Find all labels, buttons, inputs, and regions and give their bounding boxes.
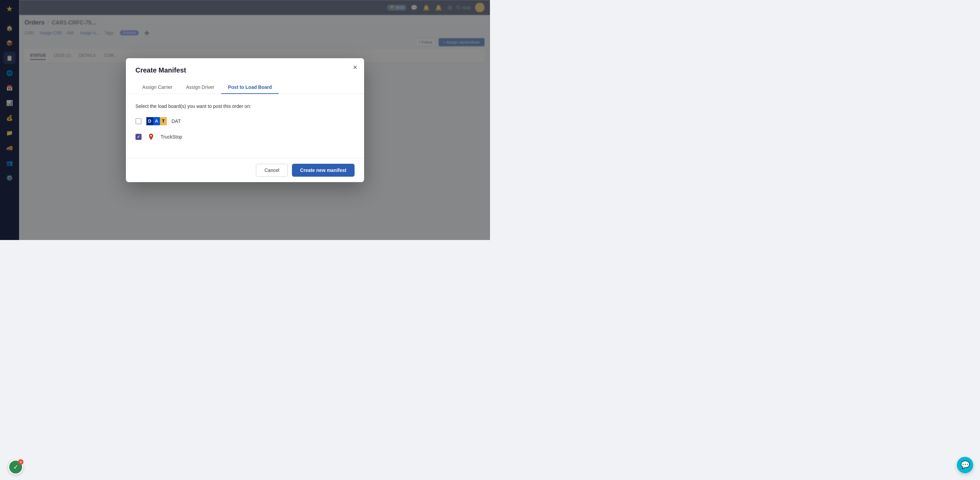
modal-tabs: Assign Carrier Assign Driver Post to Loa… (135, 81, 355, 94)
dat-d: D (146, 117, 153, 125)
dat-checkbox[interactable] (135, 118, 142, 124)
create-manifest-button[interactable]: Create new manifest (292, 164, 355, 177)
dat-option: D A T DAT (135, 117, 355, 125)
dat-a: A (153, 117, 160, 125)
modal-description: Select the load board(s) you want to pos… (135, 104, 355, 109)
modal-overlay[interactable]: × Create Manifest Assign Carrier Assign … (0, 0, 490, 240)
modal-header: Create Manifest Assign Carrier Assign Dr… (126, 58, 364, 94)
modal-footer: Cancel Create new manifest (126, 158, 364, 182)
modal-title: Create Manifest (135, 66, 355, 74)
truckstop-checkbox[interactable] (135, 134, 142, 140)
tab-assign-carrier[interactable]: Assign Carrier (135, 81, 179, 94)
cancel-button[interactable]: Cancel (256, 164, 288, 177)
truckstop-option: TruckStop (135, 132, 355, 142)
truckstop-logo (146, 132, 156, 142)
close-button[interactable]: × (353, 64, 357, 71)
dat-logo: D A T (146, 117, 167, 125)
modal-body: Select the load board(s) you want to pos… (126, 94, 364, 158)
dat-t: T (160, 117, 167, 125)
dat-label: DAT (172, 118, 181, 124)
create-manifest-modal: × Create Manifest Assign Carrier Assign … (126, 58, 364, 182)
tab-assign-driver[interactable]: Assign Driver (179, 81, 221, 94)
svg-point-0 (150, 135, 152, 137)
tab-post-to-load-board[interactable]: Post to Load Board (221, 81, 279, 94)
truckstop-label: TruckStop (161, 134, 182, 140)
